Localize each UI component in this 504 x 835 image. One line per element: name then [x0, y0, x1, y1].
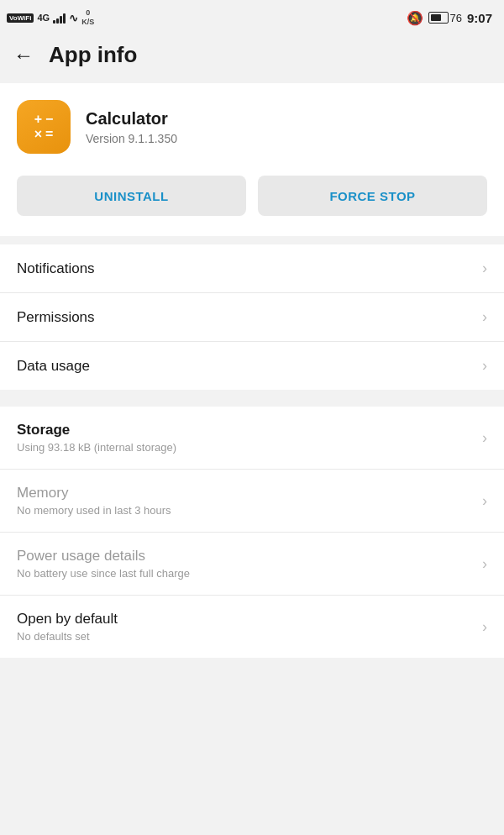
chevron-right-icon: ›	[482, 618, 487, 636]
data-usage-title: Data usage	[17, 358, 90, 375]
storage-content: Storage Using 93.18 kB (internal storage…	[17, 422, 176, 454]
back-button[interactable]: ←	[13, 44, 34, 67]
notifications-title: Notifications	[17, 260, 95, 277]
list-item-data-usage[interactable]: Data usage ›	[0, 342, 504, 390]
minus-symbol: −	[45, 113, 53, 126]
app-icon-top-row: + −	[34, 113, 54, 126]
list-item-permissions[interactable]: Permissions ›	[0, 293, 504, 342]
action-buttons: UNINSTALL FORCE STOP	[0, 176, 504, 236]
data-speed: 0 K/S	[81, 8, 94, 27]
list-item-memory[interactable]: Memory No memory used in last 3 hours ›	[0, 470, 504, 533]
app-version: Version 9.1.1.350	[86, 132, 177, 145]
status-right: 🔕 76 9:07	[407, 10, 493, 26]
list-item-storage[interactable]: Storage Using 93.18 kB (internal storage…	[0, 407, 504, 470]
list-item-notifications[interactable]: Notifications ›	[0, 244, 504, 293]
list-item-open-by-default[interactable]: Open by default No defaults set ›	[0, 596, 504, 658]
storage-section: Storage Using 93.18 kB (internal storage…	[0, 407, 504, 658]
permissions-content: Permissions	[17, 309, 95, 326]
section-divider-2	[0, 390, 504, 398]
battery-icon	[428, 12, 449, 24]
permissions-title: Permissions	[17, 309, 95, 326]
power-usage-content: Power usage details No battery use since…	[17, 548, 190, 580]
equals-symbol: =	[45, 128, 53, 141]
multiply-symbol: ×	[34, 128, 42, 141]
memory-content: Memory No memory used in last 3 hours	[17, 485, 171, 517]
data-usage-content: Data usage	[17, 358, 90, 375]
battery-fill	[431, 14, 442, 21]
storage-title: Storage	[17, 422, 176, 439]
clock: 9:07	[467, 11, 492, 25]
vowifi-indicator: VoWiFi	[7, 13, 34, 23]
chevron-right-icon: ›	[482, 357, 487, 375]
memory-subtitle: No memory used in last 3 hours	[17, 504, 171, 517]
plus-symbol: +	[34, 113, 42, 126]
open-by-default-title: Open by default	[17, 611, 118, 628]
app-info-text: Calculator Version 9.1.1.350	[86, 109, 177, 145]
battery-container: 76	[428, 12, 462, 24]
app-icon: + − × =	[17, 100, 71, 154]
memory-title: Memory	[17, 485, 171, 502]
chevron-right-icon: ›	[482, 429, 487, 447]
storage-subtitle: Using 93.18 kB (internal storage)	[17, 441, 176, 454]
main-list-section: Notifications › Permissions › Data usage…	[0, 244, 504, 390]
force-stop-button[interactable]: FORCE STOP	[258, 176, 487, 216]
app-icon-bottom-row: × =	[34, 128, 54, 141]
chevron-right-icon: ›	[482, 308, 487, 326]
open-by-default-subtitle: No defaults set	[17, 630, 118, 643]
notifications-content: Notifications	[17, 260, 95, 277]
uninstall-button[interactable]: UNINSTALL	[17, 176, 246, 216]
list-item-power-usage[interactable]: Power usage details No battery use since…	[0, 533, 504, 596]
section-divider-1	[0, 236, 504, 244]
app-name: Calculator	[86, 109, 177, 129]
mute-icon: 🔕	[407, 10, 423, 26]
power-usage-subtitle: No battery use since last full charge	[17, 567, 190, 580]
app-card: + − × = Calculator Version 9.1.1.350	[0, 83, 504, 176]
signal-bars	[53, 12, 66, 24]
battery-percent: 76	[450, 12, 462, 24]
status-left: VoWiFi 4G ∿ 0 K/S	[7, 8, 94, 27]
power-usage-title: Power usage details	[17, 548, 190, 565]
chevron-right-icon: ›	[482, 260, 487, 277]
signal-label: 4G	[37, 13, 50, 23]
chevron-right-icon: ›	[482, 492, 487, 510]
chevron-right-icon: ›	[482, 555, 487, 573]
page-title: App info	[49, 42, 137, 68]
status-bar: VoWiFi 4G ∿ 0 K/S 🔕 76 9:07	[0, 0, 504, 34]
wifi-icon: ∿	[69, 12, 78, 24]
header: ← App info	[0, 34, 504, 83]
open-by-default-content: Open by default No defaults set	[17, 611, 118, 643]
